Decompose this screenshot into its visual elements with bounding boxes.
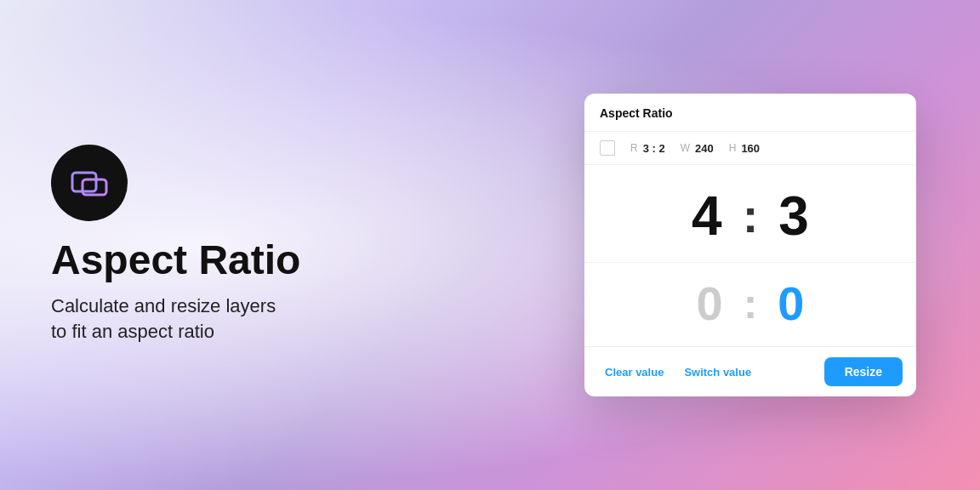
clear-value-button[interactable]: Clear value bbox=[598, 361, 670, 384]
page-title: Aspect Ratio bbox=[51, 238, 572, 283]
switch-value-button[interactable]: Switch value bbox=[677, 361, 758, 384]
ratio-section: 4 : 3 bbox=[584, 165, 916, 263]
input-left: 0 bbox=[697, 280, 723, 328]
input-right: 0 bbox=[778, 280, 804, 328]
ratio-left: 4 bbox=[692, 189, 722, 243]
input-section: 0 : 0 bbox=[584, 263, 916, 347]
left-texts: Aspect Ratio Calculate and resize layers… bbox=[51, 238, 572, 345]
height-value: 160 bbox=[741, 142, 760, 155]
width-label: W bbox=[681, 142, 690, 154]
ratio-display: 4 : 3 bbox=[600, 189, 901, 243]
input-colon: : bbox=[744, 282, 758, 325]
width-value: 240 bbox=[695, 142, 714, 155]
card-toolbar: R 3 : 2 W 240 H 160 bbox=[584, 132, 916, 165]
right-section: Aspect Ratio R 3 : 2 W 240 H 160 bbox=[572, 94, 929, 396]
height-label: H bbox=[729, 142, 737, 154]
svg-rect-0 bbox=[72, 173, 96, 191]
input-display: 0 : 0 bbox=[600, 280, 901, 328]
page-layout: Aspect Ratio Calculate and resize layers… bbox=[0, 0, 980, 490]
logo-circle bbox=[51, 145, 128, 221]
ratio-value: 3 : 2 bbox=[643, 142, 665, 155]
height-field: H 160 bbox=[729, 142, 760, 155]
ratio-label: R bbox=[630, 142, 638, 154]
plugin-card: Aspect Ratio R 3 : 2 W 240 H 160 bbox=[584, 94, 916, 396]
ratio-right: 3 bbox=[778, 189, 809, 243]
ratio-colon: : bbox=[743, 192, 759, 240]
ratio-field: R 3 : 2 bbox=[630, 142, 665, 155]
left-section: Aspect Ratio Calculate and resize layers… bbox=[51, 145, 572, 345]
page-subtitle: Calculate and resize layersto fit an asp… bbox=[51, 293, 572, 346]
card-header: Aspect Ratio bbox=[584, 94, 916, 132]
resize-icon bbox=[600, 140, 615, 156]
card-footer: Clear value Switch value Resize bbox=[584, 347, 916, 396]
resize-button[interactable]: Resize bbox=[824, 357, 903, 386]
card-title: Aspect Ratio bbox=[600, 106, 673, 120]
logo-icon bbox=[67, 161, 111, 205]
width-field: W 240 bbox=[681, 142, 714, 155]
